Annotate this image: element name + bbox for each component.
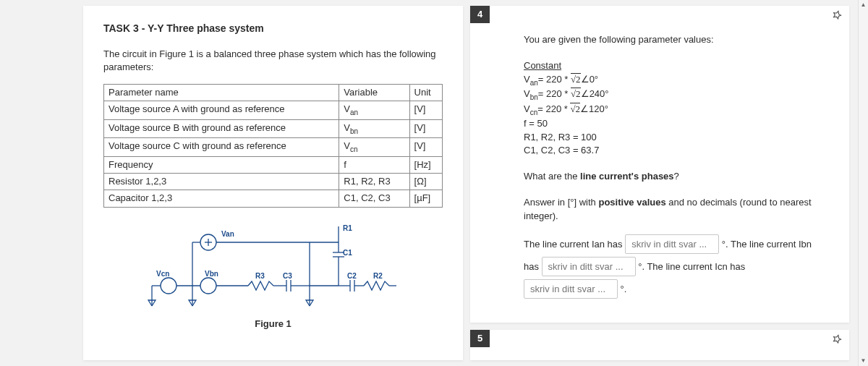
- table-row: Frequency f [Hz]: [104, 156, 443, 173]
- table-row: Voltage source B with ground as referenc…: [104, 119, 443, 138]
- questions-panel: 4 You are given the following parameter …: [470, 6, 849, 360]
- question-intro: You are given the following parameter va…: [524, 357, 833, 360]
- question-card-4: 4 You are given the following parameter …: [470, 6, 849, 323]
- table-row: Resistor 1,2,3 R1, R2, R3 [Ω]: [104, 174, 443, 190]
- constant-heading: Constant: [524, 59, 833, 72]
- param-vbn: Vbn= 220 * √2∠240°: [524, 88, 833, 103]
- circuit-figure: Van Vbn Vcn: [103, 221, 443, 331]
- scroll-down-icon[interactable]: ▼: [859, 356, 868, 366]
- pin-icon[interactable]: [832, 334, 842, 349]
- task-title: TASK 3 - Y-Y Three phase system: [103, 22, 443, 36]
- table-header: Unit: [409, 84, 442, 101]
- svg-text:R3: R3: [255, 272, 265, 280]
- task-panel: TASK 3 - Y-Y Three phase system The circ…: [83, 6, 463, 360]
- answer-input-ian[interactable]: [625, 234, 719, 254]
- param-r: R1, R2, R3 = 100: [524, 131, 833, 144]
- question-intro: You are given the following parameter va…: [524, 33, 833, 46]
- vertical-scrollbar[interactable]: ▲ ▼: [858, 0, 868, 366]
- question-text: What are the line current's phases?: [524, 170, 833, 183]
- parameters-table: Parameter name Variable Unit Voltage sou…: [103, 84, 443, 208]
- param-van: Van= 220 * √2∠0°: [524, 73, 833, 88]
- svg-text:C1: C1: [343, 249, 352, 257]
- question-number: 4: [470, 6, 490, 23]
- table-header-row: Parameter name Variable Unit: [104, 84, 443, 101]
- table-row: Capacitor 1,2,3 C1, C2, C3 [µF]: [104, 190, 443, 207]
- answer-input-icn[interactable]: [524, 279, 618, 299]
- table-row: Voltage source A with ground as referenc…: [104, 101, 443, 120]
- param-vcn: Vcn= 220 * √2∠120°: [524, 103, 833, 118]
- svg-text:R2: R2: [373, 272, 383, 280]
- table-row: Voltage source C with ground as referenc…: [104, 138, 443, 157]
- question-number: 5: [470, 330, 490, 347]
- answer-block: The line current Ian has °. The line cur…: [524, 233, 833, 301]
- svg-text:Vcn: Vcn: [156, 270, 169, 278]
- table-header: Parameter name: [104, 84, 339, 101]
- svg-text:Vbn: Vbn: [205, 270, 218, 278]
- svg-text:C2: C2: [347, 272, 357, 280]
- svg-point-6: [161, 278, 176, 294]
- figure-label: Figure 1: [103, 318, 443, 331]
- svg-text:C3: C3: [283, 272, 292, 280]
- circuit-diagram: Van Vbn Vcn: [143, 221, 404, 315]
- table-header: Variable: [339, 84, 409, 101]
- question-card-5: 5 You are given the following parameter …: [470, 330, 849, 360]
- scroll-up-icon[interactable]: ▲: [859, 0, 868, 10]
- task-description: The circuit in Figure 1 is a balanced th…: [103, 48, 443, 74]
- svg-text:R1: R1: [343, 224, 352, 232]
- param-f: f = 50: [524, 117, 833, 130]
- svg-text:Van: Van: [221, 230, 234, 238]
- answer-instruction: Answer in [°] with positive values and n…: [524, 196, 833, 222]
- answer-input-ibn[interactable]: [542, 257, 636, 276]
- param-c: C1, C2, C3 = 63.7: [524, 144, 833, 157]
- svg-point-4: [200, 278, 216, 294]
- pin-icon[interactable]: [832, 10, 842, 25]
